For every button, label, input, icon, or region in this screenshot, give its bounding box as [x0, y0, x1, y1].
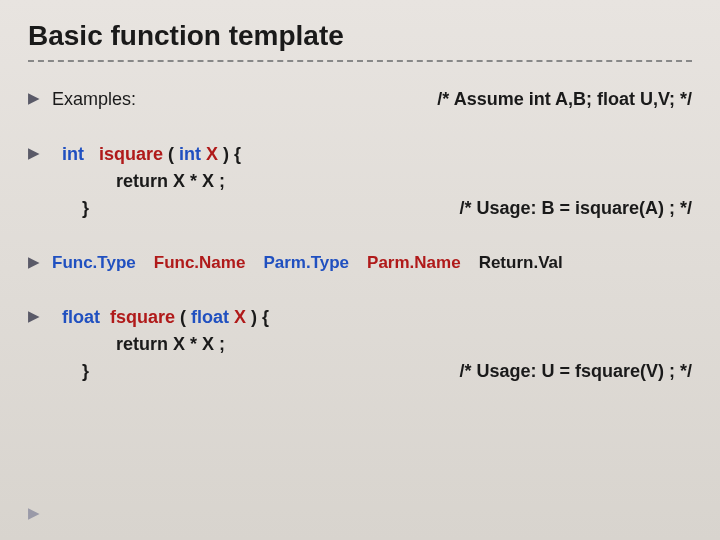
- isquare-close-brace: }: [62, 195, 89, 222]
- bullet-legend: ▶ Func.Type Func.Name Parm.Type Parm.Nam…: [28, 250, 692, 276]
- fsquare-close-brace: }: [62, 358, 89, 385]
- legend-funcname: Func.Name: [154, 250, 246, 276]
- isquare-signature: int isquare ( int X ) {: [62, 141, 692, 168]
- bullet-icon: ▶: [28, 253, 40, 271]
- footer-bullet-icon: ▶: [28, 504, 40, 522]
- bullet-icon: ▶: [28, 89, 40, 107]
- isquare-usage: /* Usage: B = isquare(A) ; */: [459, 195, 692, 222]
- fsquare-signature: float fsquare ( float X ) {: [62, 304, 692, 331]
- bullet-isquare: ▶ int isquare ( int X ) { return X * X ;…: [28, 141, 692, 222]
- bullet-examples: ▶ Examples: /* Assume int A,B; float U,V…: [28, 86, 692, 113]
- fsquare-usage: /* Usage: U = fsquare(V) ; */: [459, 358, 692, 385]
- bullet-icon: ▶: [28, 144, 40, 162]
- legend-returnval: Return.Val: [479, 250, 563, 276]
- legend-parmname: Parm.Name: [367, 250, 461, 276]
- examples-label: Examples:: [52, 86, 136, 113]
- isquare-return: return X * X ;: [62, 168, 692, 195]
- legend-parmtype: Parm.Type: [263, 250, 349, 276]
- bullet-icon: ▶: [28, 307, 40, 325]
- assume-comment: /* Assume int A,B; float U,V; */: [437, 86, 692, 113]
- bullet-fsquare: ▶ float fsquare ( float X ) { return X *…: [28, 304, 692, 385]
- legend-functype: Func.Type: [52, 250, 136, 276]
- fsquare-return: return X * X ;: [62, 331, 692, 358]
- slide-title: Basic function template: [28, 20, 692, 62]
